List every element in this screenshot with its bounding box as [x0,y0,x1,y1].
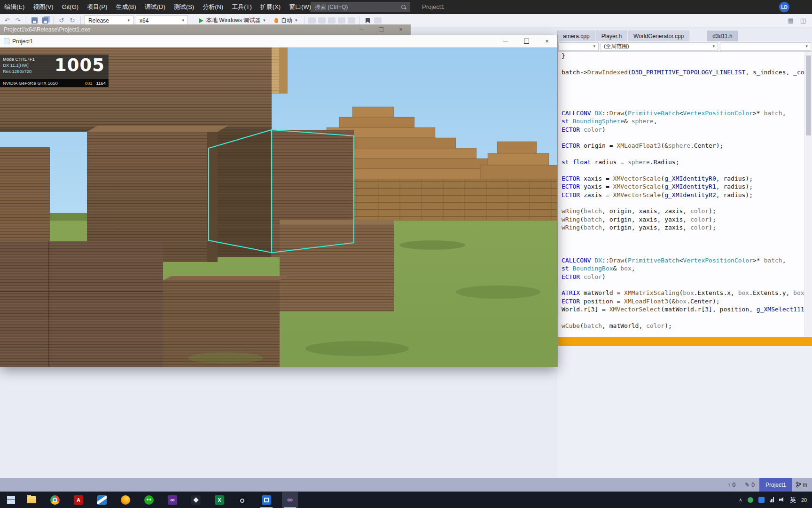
editor-tab-Player.h[interactable]: Player.h [596,31,627,41]
editor-empty-area [557,346,812,478]
close-button[interactable]: × [391,24,411,35]
menu-item[interactable]: 测试(S) [170,0,198,14]
taskbar-icon-visual-studio-2019[interactable]: ∞ [164,492,180,508]
bookmark-icon[interactable] [363,16,372,25]
play-icon [199,18,203,23]
menu-item[interactable]: 扩展(X) [256,0,285,14]
tray-app-blue-icon[interactable] [758,497,765,503]
code-line: wCube(batch, matWorld, color); [557,322,812,330]
separator [80,16,81,25]
scope-dropdown[interactable]: (全局范围) ▾ [601,42,718,51]
minimize-button[interactable] [351,24,371,35]
console-window-controls: × [351,24,411,35]
tray-app-green-icon[interactable] [748,497,753,503]
taskbar-icon-vscode[interactable] [94,492,110,508]
toolbar-extra-icon[interactable] [374,17,382,24]
step-out-icon[interactable] [328,17,336,24]
repo-badge[interactable]: Project1 [759,478,792,492]
hot-reload-label: 自动 [281,16,292,24]
search-icon [401,5,406,9]
separator [304,16,304,25]
code-line: } [557,52,812,60]
menu-item[interactable]: 项目(P) [83,0,111,14]
maximize-button[interactable] [371,24,391,35]
menu-item[interactable]: 分析(N) [198,0,227,14]
save-all-icon[interactable] [41,16,49,25]
navigate-forward-icon[interactable]: ↷ [14,16,22,25]
chevron-down-icon: ▾ [589,44,595,48]
wechat-icon [144,495,154,505]
taskbar-icon-firefox[interactable] [117,492,133,508]
game-viewport[interactable]: Mode CTRL+F1 DX 11.1[HW] Res 1280x720 10… [0,48,557,367]
branch-icon [796,482,801,488]
editor-tab-amera.cpp[interactable]: amera.cpp [557,31,595,41]
taskbar-icons: A∞X∞ [23,492,298,508]
close-button[interactable]: × [537,35,557,47]
search-input[interactable]: 搜索 (Ctrl+Q) [311,2,410,12]
start-button[interactable] [0,492,22,508]
vs-menubar: 编辑(E)视图(V)Git(G)项目(P)生成(B)调试(D)测试(S)分析(N… [0,0,812,14]
scrollbar-thumb[interactable] [806,56,811,135]
git-pending-changes-indicator[interactable]: ✎ 0 [740,478,759,492]
feedback-icon[interactable]: ▤ [787,16,795,25]
save-icon[interactable] [30,16,39,25]
menu-item[interactable]: 工具(T) [227,0,256,14]
navigate-back-icon[interactable]: ↶ [3,16,11,25]
clock[interactable]: 20 [801,497,808,503]
restart-icon[interactable] [348,17,355,24]
undo-icon[interactable]: ↺ [57,16,66,25]
game-window-controls: × [495,35,557,47]
editor-tab-d3d11.h[interactable]: d3d11.h [707,31,738,41]
taskbar-icon-project1-app[interactable] [258,492,274,508]
code-line: wRing(batch, origin, xaxis, zaxis, color… [557,207,812,215]
editor-scrollbar[interactable] [804,52,812,337]
project1-app-icon [262,495,271,505]
game-window-titlebar[interactable]: Project1 × [0,35,557,48]
branch-indicator[interactable]: m [792,478,812,492]
excel-icon: X [215,495,224,505]
network-icon[interactable] [770,497,774,502]
console-window-titlebar[interactable]: Project1\x64\Release\Project1.exe × [0,24,411,35]
minimize-button[interactable] [495,35,516,47]
pencil-icon: ✎ [745,482,750,488]
menu-item[interactable]: 生成(B) [111,0,140,14]
ime-indicator[interactable]: 英 [790,496,796,504]
step-into-icon[interactable] [308,17,316,24]
project-scope-dropdown[interactable]: ▾ [558,42,599,51]
menu-item[interactable]: 调试(D) [141,0,170,14]
layout-icon[interactable]: ◫ [799,16,807,25]
member-dropdown[interactable]: ▾ [720,42,811,51]
visual-studio-icon: ∞ [287,495,293,505]
code-editor[interactable]: } batch->DrawIndexed(D3D_PRIMITIVE_TOPOL… [557,52,812,337]
taskbar-icon-wechat[interactable] [141,492,157,508]
gpu-stat-left: 881 [85,80,93,86]
pending-count: 0 [751,482,755,488]
configuration-label: Release [88,17,109,24]
taskbar-icon-steam[interactable] [235,492,251,508]
step-over-icon[interactable] [318,17,326,24]
taskbar-icon-visual-studio[interactable]: ∞ [282,492,298,508]
taskbar-icon-chrome[interactable] [47,492,63,508]
break-all-icon[interactable] [338,17,345,24]
taskbar-icon-acrobat[interactable]: A [70,492,86,508]
redo-icon[interactable]: ↻ [68,16,77,25]
editor-tab-WorldGenerator.cpp[interactable]: WorldGenerator.cpp [628,31,689,41]
menu-item[interactable]: 编辑(E) [0,0,29,14]
tray-expand-icon[interactable]: ∧ [739,497,742,502]
user-avatar[interactable]: LD [779,2,789,12]
maximize-button[interactable] [516,35,537,47]
system-tray: ∧ 英 20 [739,492,812,508]
menu-item[interactable]: 视图(V) [29,0,57,14]
taskbar-icon-excel[interactable]: X [211,492,227,508]
taskbar-icon-file-explorer[interactable] [23,492,39,508]
volume-icon[interactable] [779,497,785,502]
separator [359,16,359,25]
file-explorer-icon [27,496,36,503]
code-line [557,248,812,256]
repo-name: Project1 [765,482,786,488]
git-outgoing-indicator[interactable]: ↑ 0 [723,478,741,492]
console-window-title: Project1\x64\Release\Project1.exe [4,26,90,33]
app-icon [4,39,9,44]
taskbar-icon-diamond-app[interactable] [188,492,204,508]
menu-item[interactable]: Git(G) [58,0,83,14]
